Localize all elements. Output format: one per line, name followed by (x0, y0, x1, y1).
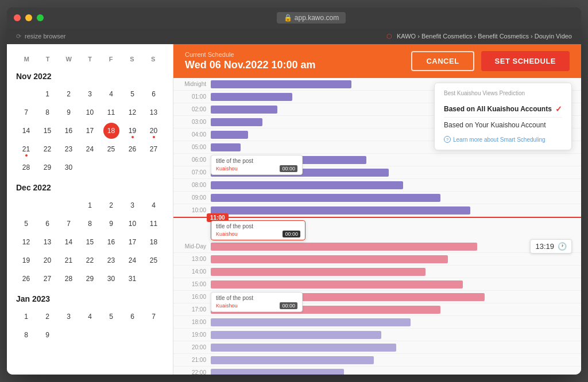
cal-day[interactable]: 27 (146, 141, 162, 157)
cal-day[interactable]: 15 (40, 123, 56, 139)
cal-day[interactable]: 19 (18, 252, 34, 268)
cal-day[interactable]: 25 (146, 252, 162, 268)
cal-day[interactable]: 2 (103, 197, 119, 213)
cal-day[interactable]: 20 (40, 252, 56, 268)
cal-day[interactable]: 13 (146, 104, 162, 120)
cal-day[interactable]: 30 (61, 159, 77, 176)
close-button[interactable] (14, 14, 21, 21)
cal-day[interactable]: 29 (82, 271, 98, 287)
cal-day[interactable]: 31 (125, 271, 141, 287)
prediction-option-1[interactable]: Based on All Kuaishou Accounts ✓ (444, 101, 562, 117)
header-buttons: CANCEL SET SCHEDULE (411, 51, 570, 71)
post-card-1[interactable]: title of the post Kuaishou 00:00 (211, 155, 303, 175)
minimize-button[interactable] (25, 14, 32, 21)
cal-day[interactable]: 23 (61, 141, 77, 157)
cal-day[interactable]: 11 (103, 104, 119, 120)
clock-icon: 🕐 (558, 242, 567, 251)
cal-day[interactable]: 27 (40, 271, 56, 287)
cal-day[interactable]: 6 (40, 216, 56, 232)
cal-day[interactable]: 9 (40, 327, 56, 343)
time-input-box[interactable]: 13:19 🕐 (530, 239, 572, 254)
cal-day[interactable]: 15 (82, 234, 98, 250)
cal-day[interactable]: 10 (125, 216, 141, 232)
cal-day[interactable]: 24 (125, 252, 141, 268)
cal-day[interactable]: 12 (18, 234, 34, 250)
cal-day[interactable]: 1 (18, 309, 34, 325)
cal-day[interactable]: 9 (61, 104, 77, 120)
cal-day[interactable]: 2 (61, 86, 77, 102)
cal-day[interactable]: 7 (18, 104, 34, 120)
cal-day-selected[interactable]: 18 (103, 123, 119, 139)
cal-day[interactable]: 25 (103, 141, 119, 157)
cal-day[interactable]: 3 (125, 197, 141, 213)
cal-day[interactable]: 26 (125, 141, 141, 157)
cal-day[interactable]: 19 (125, 123, 141, 139)
cal-day[interactable]: 11 (146, 216, 162, 232)
cal-day[interactable]: 22 (40, 141, 56, 157)
cal-day[interactable]: 4 (82, 309, 98, 325)
post-card-2-selected[interactable]: title of the post Kuaishou 00:00 (211, 220, 305, 240)
cal-day[interactable]: 21 (61, 252, 77, 268)
prediction-title: Best Kuaishou Views Prediction (444, 90, 562, 96)
cal-day[interactable]: 5 (103, 309, 119, 325)
cal-day[interactable]: 8 (82, 216, 98, 232)
bar-area (211, 278, 581, 290)
cal-day[interactable]: 9 (103, 216, 119, 232)
cal-day[interactable]: 7 (61, 216, 77, 232)
cal-day[interactable]: 10 (82, 104, 98, 120)
breadcrumb: ⬡ KAWO › Benefit Cosmetics › Benefit Cos… (386, 33, 572, 40)
cal-day[interactable]: 29 (40, 159, 56, 176)
cal-day[interactable]: 1 (40, 86, 56, 102)
cal-day[interactable]: 18 (146, 234, 162, 250)
cal-day[interactable]: 8 (18, 327, 34, 343)
time-label: 04:00 (173, 131, 211, 138)
prediction-option-2[interactable]: Based on Your Kuaishou Account (444, 117, 562, 132)
cal-day[interactable]: 2 (40, 309, 56, 325)
cal-day[interactable]: 7 (146, 309, 162, 325)
cal-day[interactable]: 23 (103, 252, 119, 268)
cancel-button[interactable]: CANCEL (411, 51, 474, 71)
calendar-panel: M T W T F S S Nov 2022 1 2 3 4 5 6 7 8 (7, 44, 173, 375)
cal-day[interactable]: 17 (125, 234, 141, 250)
time-row-08: 08:00 (173, 179, 581, 192)
jan-grid: 1 2 3 4 5 6 7 8 9 (16, 308, 164, 344)
cal-day[interactable]: 12 (125, 104, 141, 120)
month-nov: Nov 2022 (16, 72, 164, 81)
learn-more-link[interactable]: ? Learn more about Smart Scheduling (444, 136, 562, 143)
cal-day[interactable]: 14 (18, 123, 34, 139)
cal-day[interactable]: 6 (146, 86, 162, 102)
bar (211, 369, 344, 375)
post-card-3[interactable]: title of the post Kuaishou 00:00 (211, 292, 303, 312)
cal-day[interactable]: 1 (82, 197, 98, 213)
cal-day[interactable]: 6 (125, 309, 141, 325)
cal-day[interactable]: 30 (103, 271, 119, 287)
maximize-button[interactable] (37, 14, 44, 21)
cal-day[interactable]: 14 (61, 234, 77, 250)
time-label: 07:00 (173, 169, 211, 176)
cal-day[interactable]: 16 (103, 234, 119, 250)
cal-day[interactable]: 26 (18, 271, 34, 287)
time-badge-selected: 00:00 (283, 231, 300, 237)
time-row-midday: Mid-Day 13:19 🕐 (173, 240, 581, 253)
cal-day[interactable]: 4 (146, 197, 162, 213)
time-label: 16:00 (173, 294, 211, 300)
cal-day[interactable]: 28 (18, 159, 34, 176)
cal-day[interactable]: 13 (40, 234, 56, 250)
cal-day[interactable]: 4 (103, 86, 119, 102)
cal-day[interactable]: 20 (146, 123, 162, 139)
chart-container[interactable]: Best Kuaishou Views Prediction Based on … (173, 78, 581, 375)
cal-day[interactable]: 3 (82, 86, 98, 102)
cal-day[interactable]: 3 (61, 309, 77, 325)
set-schedule-button[interactable]: SET SCHEDULE (481, 51, 570, 71)
url-pill[interactable]: 🔒 app.kawo.com (277, 12, 346, 24)
cal-day[interactable]: 24 (82, 141, 98, 157)
cal-day[interactable]: 28 (61, 271, 77, 287)
cal-day[interactable]: 21 (18, 141, 34, 157)
cal-day[interactable]: 8 (40, 104, 56, 120)
cal-day[interactable]: 16 (61, 123, 77, 139)
cal-day[interactable]: 5 (18, 216, 34, 232)
cal-day[interactable]: 5 (125, 86, 141, 102)
cal-day[interactable]: 22 (82, 252, 98, 268)
cal-day[interactable]: 17 (82, 123, 98, 139)
weekday-w: W (58, 53, 79, 65)
